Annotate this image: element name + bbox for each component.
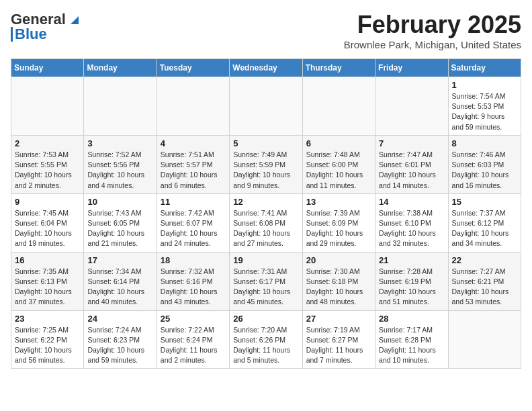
- day-info: Sunrise: 7:37 AM Sunset: 6:12 PM Dayligh…: [452, 208, 517, 249]
- day-info: Sunrise: 7:22 AM Sunset: 6:24 PM Dayligh…: [161, 325, 226, 366]
- day-info: Sunrise: 7:47 AM Sunset: 6:01 PM Dayligh…: [379, 150, 444, 191]
- day-number: 17: [87, 255, 152, 265]
- day-number: 8: [452, 138, 517, 148]
- day-number: 14: [379, 197, 444, 207]
- day-number: 19: [233, 255, 298, 265]
- calendar-cell: 8Sunrise: 7:46 AM Sunset: 6:03 PM Daylig…: [448, 135, 521, 193]
- day-info: Sunrise: 7:32 AM Sunset: 6:16 PM Dayligh…: [161, 267, 226, 308]
- calendar-cell: 3Sunrise: 7:52 AM Sunset: 5:56 PM Daylig…: [84, 135, 157, 193]
- title-block: February 2025 Brownlee Park, Michigan, U…: [344, 11, 521, 50]
- day-number: 16: [15, 255, 80, 265]
- day-number: 10: [87, 197, 152, 207]
- day-info: Sunrise: 7:30 AM Sunset: 6:18 PM Dayligh…: [306, 267, 371, 308]
- calendar-cell: 27Sunrise: 7:19 AM Sunset: 6:27 PM Dayli…: [302, 310, 375, 369]
- day-number: 24: [87, 314, 152, 324]
- day-number: 5: [233, 138, 298, 148]
- calendar-cell: 17Sunrise: 7:34 AM Sunset: 6:14 PM Dayli…: [84, 252, 157, 310]
- day-info: Sunrise: 7:43 AM Sunset: 6:05 PM Dayligh…: [87, 208, 152, 249]
- calendar-cell: 22Sunrise: 7:27 AM Sunset: 6:21 PM Dayli…: [448, 252, 521, 310]
- day-info: Sunrise: 7:17 AM Sunset: 6:28 PM Dayligh…: [379, 325, 444, 366]
- month-title: February 2025: [344, 11, 521, 39]
- day-number: 13: [306, 197, 371, 207]
- calendar-cell: [230, 77, 302, 136]
- day-number: 6: [306, 138, 371, 148]
- week-row-4: 16Sunrise: 7:35 AM Sunset: 6:13 PM Dayli…: [11, 252, 521, 310]
- day-number: 20: [306, 255, 371, 265]
- day-info: Sunrise: 7:51 AM Sunset: 5:57 PM Dayligh…: [161, 150, 226, 191]
- weekday-header-thursday: Thursday: [302, 59, 375, 77]
- day-info: Sunrise: 7:20 AM Sunset: 6:26 PM Dayligh…: [233, 325, 298, 366]
- day-info: Sunrise: 7:19 AM Sunset: 6:27 PM Dayligh…: [306, 325, 371, 366]
- calendar-cell: 9Sunrise: 7:45 AM Sunset: 6:04 PM Daylig…: [11, 193, 84, 252]
- calendar-cell: [302, 77, 375, 136]
- day-info: Sunrise: 7:38 AM Sunset: 6:10 PM Dayligh…: [379, 208, 444, 249]
- logo: General Blue: [11, 11, 81, 43]
- day-info: Sunrise: 7:46 AM Sunset: 6:03 PM Dayligh…: [452, 150, 517, 191]
- week-row-3: 9Sunrise: 7:45 AM Sunset: 6:04 PM Daylig…: [11, 193, 521, 252]
- day-info: Sunrise: 7:41 AM Sunset: 6:08 PM Dayligh…: [233, 208, 298, 249]
- calendar-cell: 19Sunrise: 7:31 AM Sunset: 6:17 PM Dayli…: [230, 252, 302, 310]
- calendar-cell: 12Sunrise: 7:41 AM Sunset: 6:08 PM Dayli…: [230, 193, 302, 252]
- calendar-cell: 18Sunrise: 7:32 AM Sunset: 6:16 PM Dayli…: [157, 252, 229, 310]
- svg-marker-0: [71, 16, 79, 24]
- day-number: 9: [15, 197, 80, 207]
- calendar-cell: 7Sunrise: 7:47 AM Sunset: 6:01 PM Daylig…: [375, 135, 448, 193]
- calendar-cell: 28Sunrise: 7:17 AM Sunset: 6:28 PM Dayli…: [375, 310, 448, 369]
- logo-icon: [66, 12, 81, 27]
- calendar-cell: 14Sunrise: 7:38 AM Sunset: 6:10 PM Dayli…: [375, 193, 448, 252]
- calendar-cell: 24Sunrise: 7:24 AM Sunset: 6:23 PM Dayli…: [84, 310, 157, 369]
- calendar-cell: 15Sunrise: 7:37 AM Sunset: 6:12 PM Dayli…: [448, 193, 521, 252]
- week-row-2: 2Sunrise: 7:53 AM Sunset: 5:55 PM Daylig…: [11, 135, 521, 193]
- day-info: Sunrise: 7:52 AM Sunset: 5:56 PM Dayligh…: [87, 150, 152, 191]
- day-number: 27: [306, 314, 371, 324]
- weekday-header-sunday: Sunday: [11, 59, 84, 77]
- day-number: 3: [87, 138, 152, 148]
- day-info: Sunrise: 7:49 AM Sunset: 5:59 PM Dayligh…: [233, 150, 298, 191]
- day-number: 25: [161, 314, 226, 324]
- day-info: Sunrise: 7:28 AM Sunset: 6:19 PM Dayligh…: [379, 267, 444, 308]
- location: Brownlee Park, Michigan, United States: [344, 39, 521, 50]
- calendar-cell: 26Sunrise: 7:20 AM Sunset: 6:26 PM Dayli…: [230, 310, 302, 369]
- calendar-cell: 6Sunrise: 7:48 AM Sunset: 6:00 PM Daylig…: [302, 135, 375, 193]
- calendar-cell: 25Sunrise: 7:22 AM Sunset: 6:24 PM Dayli…: [157, 310, 229, 369]
- day-number: 23: [15, 314, 80, 324]
- weekday-header-saturday: Saturday: [448, 59, 521, 77]
- weekday-header-row: SundayMondayTuesdayWednesdayThursdayFrid…: [11, 59, 521, 77]
- day-number: 22: [452, 255, 517, 265]
- calendar-cell: 4Sunrise: 7:51 AM Sunset: 5:57 PM Daylig…: [157, 135, 229, 193]
- day-info: Sunrise: 7:53 AM Sunset: 5:55 PM Dayligh…: [15, 150, 80, 191]
- day-info: Sunrise: 7:42 AM Sunset: 6:07 PM Dayligh…: [161, 208, 226, 249]
- day-number: 18: [161, 255, 226, 265]
- calendar-cell: 20Sunrise: 7:30 AM Sunset: 6:18 PM Dayli…: [302, 252, 375, 310]
- calendar-cell: [375, 77, 448, 136]
- day-info: Sunrise: 7:25 AM Sunset: 6:22 PM Dayligh…: [15, 325, 80, 366]
- calendar-cell: [448, 310, 521, 369]
- day-number: 12: [233, 197, 298, 207]
- day-info: Sunrise: 7:54 AM Sunset: 5:53 PM Dayligh…: [452, 91, 517, 132]
- day-number: 7: [379, 138, 444, 148]
- calendar-cell: 16Sunrise: 7:35 AM Sunset: 6:13 PM Dayli…: [11, 252, 84, 310]
- day-info: Sunrise: 7:24 AM Sunset: 6:23 PM Dayligh…: [87, 325, 152, 366]
- calendar-cell: 5Sunrise: 7:49 AM Sunset: 5:59 PM Daylig…: [230, 135, 302, 193]
- calendar-cell: 2Sunrise: 7:53 AM Sunset: 5:55 PM Daylig…: [11, 135, 84, 193]
- day-info: Sunrise: 7:45 AM Sunset: 6:04 PM Dayligh…: [15, 208, 80, 249]
- calendar-cell: 13Sunrise: 7:39 AM Sunset: 6:09 PM Dayli…: [302, 193, 375, 252]
- week-row-1: 1Sunrise: 7:54 AM Sunset: 5:53 PM Daylig…: [11, 77, 521, 136]
- day-number: 2: [15, 138, 80, 148]
- calendar-table: SundayMondayTuesdayWednesdayThursdayFrid…: [11, 58, 521, 369]
- page-header: General Blue February 2025 Brownlee Park…: [11, 11, 521, 50]
- calendar-cell: 21Sunrise: 7:28 AM Sunset: 6:19 PM Dayli…: [375, 252, 448, 310]
- day-number: 21: [379, 255, 444, 265]
- weekday-header-wednesday: Wednesday: [230, 59, 302, 77]
- weekday-header-monday: Monday: [84, 59, 157, 77]
- calendar-cell: [11, 77, 84, 136]
- calendar-cell: 10Sunrise: 7:43 AM Sunset: 6:05 PM Dayli…: [84, 193, 157, 252]
- day-info: Sunrise: 7:48 AM Sunset: 6:00 PM Dayligh…: [306, 150, 371, 191]
- weekday-header-tuesday: Tuesday: [157, 59, 229, 77]
- calendar-cell: 1Sunrise: 7:54 AM Sunset: 5:53 PM Daylig…: [448, 77, 521, 136]
- week-row-5: 23Sunrise: 7:25 AM Sunset: 6:22 PM Dayli…: [11, 310, 521, 369]
- day-info: Sunrise: 7:27 AM Sunset: 6:21 PM Dayligh…: [452, 267, 517, 308]
- weekday-header-friday: Friday: [375, 59, 448, 77]
- calendar-cell: 11Sunrise: 7:42 AM Sunset: 6:07 PM Dayli…: [157, 193, 229, 252]
- day-info: Sunrise: 7:34 AM Sunset: 6:14 PM Dayligh…: [87, 267, 152, 308]
